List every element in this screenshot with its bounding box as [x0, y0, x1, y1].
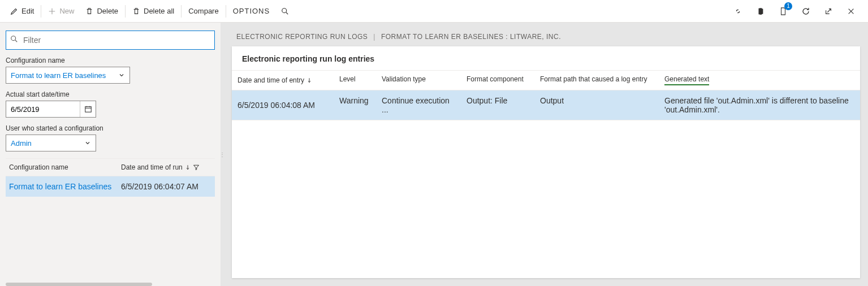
breadcrumb-sep: | [373, 33, 375, 41]
delete-all-label: Delete all [144, 7, 174, 15]
user-value: Admin [11, 139, 32, 148]
col-valtype[interactable]: Validation type [382, 75, 426, 83]
trash-icon [85, 7, 93, 15]
toolbar: Edit New Delete Delete all Compare [0, 0, 868, 23]
options-label: OPTIONS [233, 7, 270, 15]
notifications-button[interactable]: 1 [775, 3, 791, 19]
horizontal-scrollbar[interactable] [6, 283, 152, 286]
user-label: User who started a configuration [6, 124, 215, 132]
runs-table: Configuration name Date and time of run … [6, 158, 215, 197]
col-date[interactable]: Date and time of entry [237, 76, 304, 84]
calendar-button[interactable] [80, 101, 96, 117]
table-row[interactable]: Format to learn ER baselines 6/5/2019 06… [6, 176, 215, 197]
runs-col-datetime[interactable]: Date and time of run [121, 163, 183, 171]
link-icon [734, 7, 742, 15]
col-text[interactable]: Generated text [664, 75, 709, 85]
col-path[interactable]: Format path that caused a log entry [540, 75, 647, 83]
trash-icon [132, 7, 140, 15]
cell-text: Generated file 'out.Admin.xml' is differ… [659, 96, 860, 114]
runs-col-name[interactable]: Configuration name [9, 163, 121, 171]
search-button[interactable] [275, 0, 295, 23]
notification-badge: 1 [784, 2, 792, 10]
row-datetime: 6/5/2019 06:04:07 AM [121, 182, 211, 191]
compare-button[interactable]: Compare [183, 0, 224, 23]
popout-button[interactable] [821, 3, 836, 19]
filter-icon[interactable] [193, 164, 200, 171]
svg-point-1 [11, 36, 16, 41]
panel-title: Electronic reporting run log entries [232, 46, 860, 70]
search-icon [10, 35, 18, 43]
config-name-label: Configuration name [6, 57, 215, 64]
toolbar-sep [41, 5, 41, 18]
office-button[interactable] [753, 3, 768, 19]
breadcrumb: ELECTRONIC REPORTING RUN LOGS | FORMAT T… [224, 23, 868, 46]
filter-input[interactable] [6, 31, 215, 50]
col-component[interactable]: Format component [467, 75, 524, 83]
config-name-value: Format to learn ER baselines [11, 71, 106, 80]
col-level[interactable]: Level [339, 75, 356, 83]
cell-path: Output [534, 96, 659, 114]
table-row[interactable]: 6/5/2019 06:04:08 AM Warning Continue ex… [232, 90, 860, 120]
pencil-icon [10, 7, 18, 15]
toolbar-sep [226, 5, 226, 18]
attach-button[interactable] [730, 3, 746, 19]
popout-icon [824, 7, 832, 15]
search-icon [281, 7, 289, 15]
sort-down-icon [185, 164, 191, 170]
edit-label: Edit [21, 7, 34, 15]
delete-all-button[interactable]: Delete all [127, 0, 180, 23]
svg-rect-2 [85, 107, 91, 112]
breadcrumb-item: FORMAT TO LEARN ER BASELINES : LITWARE, … [381, 33, 561, 41]
cell-component: Output: File [461, 96, 534, 114]
svg-point-0 [282, 8, 287, 12]
plus-icon [48, 7, 56, 15]
compare-label: Compare [188, 7, 218, 15]
cell-level: Warning [334, 96, 376, 114]
start-date-input[interactable] [6, 105, 80, 114]
config-name-select[interactable]: Format to learn ER baselines [6, 67, 130, 84]
row-config-name[interactable]: Format to learn ER baselines [9, 182, 121, 191]
office-icon [757, 7, 765, 15]
chevron-down-icon [118, 72, 125, 79]
refresh-button[interactable] [798, 3, 814, 19]
edit-button[interactable]: Edit [5, 0, 40, 23]
start-date-label: Actual start date/time [6, 90, 215, 98]
log-panel: Electronic reporting run log entries Dat… [232, 46, 860, 278]
chevron-down-icon [84, 140, 91, 146]
refresh-icon [801, 7, 810, 16]
left-pane: Configuration name Format to learn ER ba… [0, 23, 221, 286]
toolbar-sep [125, 5, 126, 18]
sort-down-icon [306, 77, 312, 83]
options-button[interactable]: OPTIONS [227, 0, 276, 23]
right-pane: ELECTRONIC REPORTING RUN LOGS | FORMAT T… [224, 23, 868, 286]
close-icon [847, 7, 855, 15]
user-select[interactable]: Admin [6, 135, 96, 151]
delete-label: Delete [97, 7, 118, 15]
breadcrumb-item[interactable]: ELECTRONIC REPORTING RUN LOGS [236, 33, 368, 41]
close-button[interactable] [843, 3, 859, 19]
new-button: New [42, 0, 80, 23]
cell-valtype: Continue execution ... [376, 96, 461, 114]
new-label: New [59, 7, 74, 15]
delete-button[interactable]: Delete [80, 0, 124, 23]
calendar-icon [84, 105, 92, 113]
cell-date: 6/5/2019 06:04:08 AM [232, 96, 334, 114]
toolbar-sep [181, 5, 182, 18]
grid-header: Date and time of entry Level Validation … [232, 70, 860, 90]
